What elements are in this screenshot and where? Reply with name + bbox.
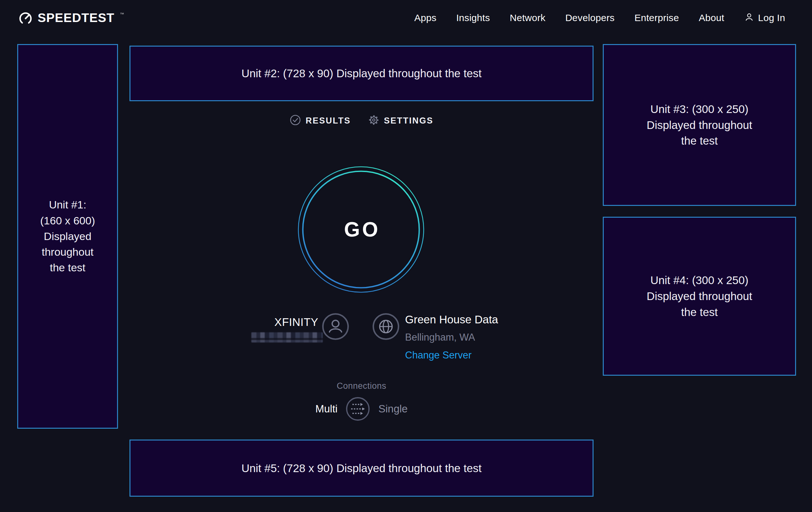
ad-unit-5-text: Unit #5: (728 x 90) Displayed throughout… bbox=[241, 462, 482, 475]
ad-unit-1[interactable]: Unit #1: (160 x 600) Displayed throughou… bbox=[17, 44, 118, 429]
logo-trademark: ™ bbox=[120, 12, 124, 17]
nav-item-apps[interactable]: Apps bbox=[414, 12, 437, 23]
change-server-link[interactable]: Change Server bbox=[405, 350, 498, 361]
nav-item-network[interactable]: Network bbox=[510, 12, 545, 23]
ad-unit-4[interactable]: Unit #4: (300 x 250) Displayed throughou… bbox=[603, 217, 796, 376]
ad-unit-3[interactable]: Unit #3: (300 x 250) Displayed throughou… bbox=[603, 44, 796, 206]
user-icon bbox=[744, 12, 754, 24]
server-location: Bellingham, WA bbox=[405, 332, 498, 343]
server-name: Green House Data bbox=[405, 313, 498, 326]
nav-item-developers[interactable]: Developers bbox=[565, 12, 615, 23]
nav-item-insights[interactable]: Insights bbox=[456, 12, 490, 23]
ad-unit-2-text: Unit #2: (728 x 90) Displayed throughout… bbox=[241, 67, 482, 80]
go-button[interactable]: GO bbox=[297, 166, 425, 293]
speedtest-logo[interactable]: SPEEDTEST ™ bbox=[18, 10, 124, 26]
nav-item-about[interactable]: About bbox=[699, 12, 724, 23]
tab-results-label: RESULTS bbox=[306, 116, 351, 126]
connections-single-option[interactable]: Single bbox=[378, 403, 408, 415]
tab-settings-label: SETTINGS bbox=[384, 116, 433, 126]
connections-multi-option[interactable]: Multi bbox=[315, 403, 338, 415]
ad-unit-2[interactable]: Unit #2: (728 x 90) Displayed throughout… bbox=[129, 46, 593, 101]
tab-settings[interactable]: SETTINGS bbox=[368, 114, 433, 127]
go-label: GO bbox=[297, 166, 425, 293]
tab-bar: RESULTS SETTINGS bbox=[129, 114, 593, 127]
nav-item-enterprise[interactable]: Enterprise bbox=[634, 12, 679, 23]
test-meta-row: XFINITY Green House Data Bellingham, WA … bbox=[129, 311, 593, 372]
nav-items: Apps Insights Network Developers Enterpr… bbox=[414, 12, 785, 24]
ad-unit-5[interactable]: Unit #5: (728 x 90) Displayed throughout… bbox=[129, 439, 593, 497]
connections-label: Connections bbox=[129, 381, 593, 391]
ad-unit-3-text: Unit #3: (300 x 250) Displayed throughou… bbox=[647, 101, 752, 149]
ad-unit-4-text: Unit #4: (300 x 250) Displayed throughou… bbox=[647, 272, 752, 320]
check-circle-icon bbox=[290, 114, 301, 127]
multi-stream-arrows-icon[interactable] bbox=[346, 397, 370, 421]
speedometer-icon bbox=[18, 10, 33, 26]
connections-section: Connections Multi Single bbox=[129, 381, 593, 421]
ad-unit-1-text: Unit #1: (160 x 600) Displayed throughou… bbox=[40, 197, 95, 275]
tab-results[interactable]: RESULTS bbox=[290, 114, 351, 127]
redacted-ip-text bbox=[251, 332, 323, 343]
login-button[interactable]: Log In bbox=[744, 12, 785, 24]
connections-toggle-row: Multi Single bbox=[129, 397, 593, 421]
top-nav: SPEEDTEST ™ Apps Insights Network Develo… bbox=[0, 0, 812, 36]
speedtest-page: SPEEDTEST ™ Apps Insights Network Develo… bbox=[0, 0, 812, 512]
server-info: Green House Data Bellingham, WA Change S… bbox=[405, 313, 498, 361]
logo-text: SPEEDTEST bbox=[38, 11, 115, 25]
isp-name: XFINITY bbox=[274, 316, 318, 328]
server-globe-icon bbox=[373, 313, 399, 340]
login-label: Log In bbox=[758, 12, 785, 23]
isp-user-icon bbox=[322, 313, 349, 340]
gear-icon bbox=[368, 114, 379, 127]
